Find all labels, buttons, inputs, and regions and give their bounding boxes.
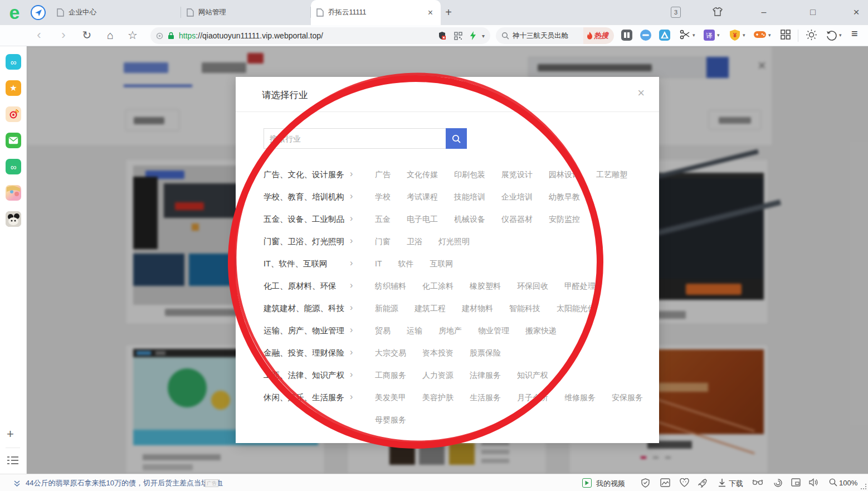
industry-sub-item[interactable]: 运输 (407, 319, 422, 342)
industry-search-input[interactable] (264, 128, 446, 149)
main-menu-icon[interactable]: ≡ (851, 27, 858, 40)
industry-sub-item[interactable]: 环保回收 (517, 275, 548, 297)
resize-grip[interactable] (861, 484, 866, 489)
refresh-icon[interactable]: ↻ (79, 27, 95, 43)
sidebar-cloud-doc-icon[interactable]: ∞ (6, 159, 21, 174)
modal-close-icon[interactable]: × (637, 87, 645, 99)
zoom-level-label[interactable]: 100% (839, 479, 857, 487)
industry-sub-item[interactable]: 物业管理 (478, 319, 509, 342)
game-center-icon[interactable] (753, 29, 767, 42)
industry-sub-item[interactable]: 电子电工 (407, 208, 438, 230)
history-undo-icon[interactable] (826, 29, 837, 43)
industry-sub-item[interactable]: 工商服务 (375, 364, 406, 386)
industry-sub-item[interactable]: 生活服务 (470, 386, 501, 409)
industry-sub-item[interactable]: 门窗 (375, 230, 391, 252)
industry-sub-item[interactable]: 园林设计 (549, 163, 580, 186)
industry-sub-item[interactable]: 广告 (375, 163, 391, 186)
category-label[interactable]: 建筑建材、能源、科技 (264, 297, 350, 319)
sidebar-weibo-icon[interactable] (6, 106, 21, 122)
forward-icon[interactable]: › (56, 27, 71, 43)
industry-sub-item[interactable]: 大宗交易 (375, 342, 406, 364)
industry-sub-item[interactable]: 文化传媒 (407, 163, 438, 186)
news-headline-link[interactable]: 44公斤的翡翠原石拿来抵10万的债，切开后货主差点当场吐血 (26, 478, 223, 488)
back-icon[interactable]: ‹ (31, 27, 47, 43)
game-booster-rocket-icon[interactable] (698, 478, 708, 490)
hot-search-tag[interactable]: 热搜 (583, 27, 614, 44)
lightning-icon[interactable] (470, 31, 476, 40)
adblock-extension-icon[interactable] (640, 29, 652, 43)
industry-sub-item[interactable]: 太阳能光伏 (557, 297, 596, 319)
industry-sub-item[interactable]: 化工涂料 (422, 275, 453, 297)
sidebar-avatar-anime[interactable] (6, 185, 21, 201)
industry-sub-item[interactable]: 考试课程 (407, 186, 438, 208)
industry-sub-item[interactable]: 软件 (398, 252, 413, 275)
my-video-play-icon[interactable] (582, 478, 592, 488)
home-icon[interactable]: ⌂ (103, 27, 118, 43)
browser-logo-icon[interactable]: e (5, 3, 24, 22)
industry-sub-item[interactable]: IT (375, 252, 382, 275)
industry-sub-item[interactable]: 维修服务 (564, 386, 596, 409)
sidebar-favorites-icon[interactable]: ★ (6, 80, 21, 96)
qr-code-icon[interactable] (454, 32, 462, 40)
industry-sub-item[interactable]: 母婴服务 (375, 409, 406, 431)
window-maximize-button[interactable]: □ (804, 4, 821, 20)
dropdown-caret-icon[interactable]: ▾ (693, 32, 695, 38)
health-heart-icon[interactable] (680, 478, 689, 489)
industry-sub-item[interactable]: 知识产权 (517, 364, 548, 386)
dropdown-caret-icon[interactable]: ▾ (717, 32, 720, 38)
tab-site-management[interactable]: 网站管理 (181, 0, 311, 25)
expand-news-chevron-icon[interactable] (13, 479, 21, 489)
tab-close-icon[interactable]: × (426, 8, 435, 18)
industry-sub-item[interactable]: 企业培训 (501, 186, 533, 208)
category-label[interactable]: 五金、设备、工业制品 (264, 208, 350, 230)
industry-sub-item[interactable]: 股票保险 (470, 342, 501, 364)
screenshot-scissors-icon[interactable] (680, 29, 691, 42)
url-box[interactable]: https://qiaotuoyun11111.vip.webportal.to… (150, 27, 490, 44)
site-info-icon[interactable] (156, 32, 163, 40)
drive-extension-icon[interactable] (659, 29, 671, 43)
industry-sub-item[interactable]: 建材物料 (462, 297, 493, 319)
download-label[interactable]: 下载 (729, 479, 743, 489)
apps-grid-icon[interactable] (780, 29, 791, 42)
quick-search-box[interactable]: 神十三航天员出舱 热搜 (496, 27, 614, 44)
category-label[interactable]: IT、软件、互联网 (264, 252, 350, 275)
chevron-down-icon[interactable]: ▾ (482, 33, 485, 39)
incognito-glasses-icon[interactable] (752, 478, 763, 488)
industry-sub-item[interactable]: 建筑工程 (415, 297, 446, 319)
tab-count-badge[interactable]: 3 (671, 7, 681, 18)
industry-sub-item[interactable]: 甲醛处理 (564, 275, 596, 297)
industry-sub-item[interactable]: 美发美甲 (375, 386, 406, 409)
industry-sub-item[interactable]: 美容护肤 (422, 386, 453, 409)
category-label[interactable]: 休闲、娱乐、生活服务 (264, 386, 350, 409)
sidebar-add-icon[interactable]: + (7, 427, 14, 441)
tab-enterprise-center[interactable]: 企业中心 (51, 0, 181, 25)
new-tab-button[interactable]: + (441, 6, 456, 20)
industry-sub-item[interactable]: 灯光照明 (438, 230, 470, 252)
security-shield-icon[interactable] (641, 478, 650, 490)
industry-sub-item[interactable]: 幼教早教 (549, 186, 580, 208)
industry-sub-item[interactable]: 人力资源 (422, 364, 453, 386)
industry-sub-item[interactable]: 安保服务 (612, 386, 643, 409)
theme-skin-icon[interactable] (712, 6, 723, 20)
wallet-shield-extension-icon[interactable]: ¥ (729, 29, 741, 43)
industry-sub-item[interactable]: 印刷包装 (454, 163, 485, 186)
navigation-ball-icon[interactable] (31, 5, 46, 20)
dropdown-caret-icon[interactable]: ▾ (768, 32, 771, 38)
industry-search-button[interactable] (446, 128, 467, 149)
industry-sub-item[interactable]: 五金 (375, 208, 391, 230)
industry-sub-item[interactable]: 月子会所 (517, 386, 548, 409)
sidebar-mail-icon[interactable] (6, 133, 21, 148)
industry-sub-item[interactable]: 机械设备 (454, 208, 485, 230)
sidebar-avatar-panda[interactable] (6, 211, 21, 227)
mini-window-icon[interactable] (791, 478, 801, 489)
industry-sub-item[interactable]: 技能培训 (454, 186, 485, 208)
brightness-icon[interactable] (806, 29, 817, 43)
category-label[interactable]: 化工、原材料、环保 (264, 275, 350, 297)
speaker-icon[interactable] (809, 478, 818, 489)
industry-sub-item[interactable]: 新能源 (375, 297, 398, 319)
category-label[interactable]: 门窗、卫浴、灯光照明 (264, 230, 350, 252)
reading-mode-icon[interactable] (621, 29, 633, 43)
industry-sub-item[interactable]: 贸易 (375, 319, 391, 342)
industry-sub-item[interactable]: 资本投资 (422, 342, 453, 364)
sidebar-list-icon[interactable] (7, 456, 18, 467)
